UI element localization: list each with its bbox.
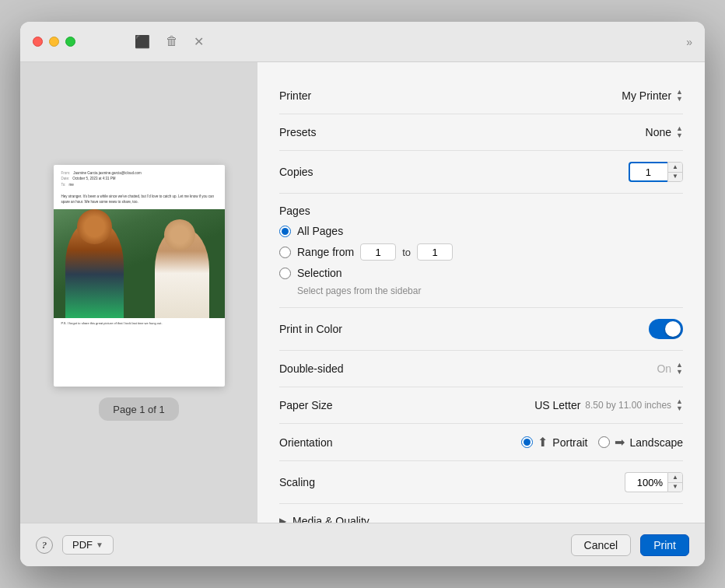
- scaling-row: Scaling ▲ ▼: [279, 461, 683, 504]
- copies-row: Copies ▲ ▼: [279, 151, 683, 194]
- scaling-value: ▲ ▼: [625, 472, 683, 492]
- titlebar-actions: ⬛ 🗑 ✕: [135, 34, 204, 49]
- minimize-button[interactable]: [49, 37, 59, 47]
- double-sided-row: Double-sided On ▲▼: [279, 351, 683, 387]
- portrait-radio[interactable]: [521, 436, 533, 448]
- email-header: From: Jasmine Garcia jasmine.garcia@iclo…: [54, 165, 225, 194]
- email-photo: [54, 209, 225, 318]
- scaling-increment[interactable]: ▲: [668, 473, 682, 483]
- presets-stepper[interactable]: ▲▼: [676, 125, 683, 139]
- scaling-stepper-buttons: ▲ ▼: [667, 472, 683, 492]
- copies-stepper: ▲ ▼: [629, 162, 683, 182]
- paper-size-label: Paper Size: [279, 399, 373, 411]
- preview-panel: From: Jasmine Garcia jasmine.garcia@iclo…: [20, 62, 257, 523]
- printer-label: Printer: [279, 89, 373, 102]
- print-window: ⬛ 🗑 ✕ » From: Jasmine Garcia jasmine.gar…: [20, 22, 705, 566]
- printer-stepper[interactable]: ▲▼: [676, 89, 683, 103]
- pages-section: Pages All Pages Range from to Selection …: [279, 194, 683, 308]
- photo-person-left: [65, 221, 124, 318]
- print-color-toggle[interactable]: [649, 319, 683, 339]
- presets-row: Presets None ▲▼: [279, 114, 683, 151]
- paper-size-detail: 8.50 by 11.00 inches: [585, 400, 671, 411]
- close-button[interactable]: [33, 37, 43, 47]
- copies-stepper-buttons: ▲ ▼: [667, 162, 683, 182]
- email-body: Hey stranger. It's been a while since we…: [54, 194, 225, 209]
- portrait-label: Portrait: [552, 436, 587, 449]
- selection-pages-radio[interactable]: [279, 268, 291, 279]
- range-pages-radio[interactable]: [279, 247, 291, 258]
- selection-hint: Select pages from the sidebar: [297, 285, 683, 296]
- print-color-toggle-container: [649, 319, 683, 339]
- presets-value[interactable]: None ▲▼: [646, 125, 683, 139]
- range-from-input[interactable]: [360, 243, 396, 261]
- range-row: Range from to: [279, 243, 683, 261]
- close-x-icon[interactable]: ✕: [194, 34, 204, 49]
- copies-increment[interactable]: ▲: [668, 163, 682, 173]
- scaling-input[interactable]: [625, 472, 667, 492]
- selection-row: Selection: [279, 267, 683, 279]
- scaling-label: Scaling: [279, 476, 373, 488]
- copies-decrement[interactable]: ▼: [668, 173, 682, 182]
- main-content: From: Jasmine Garcia jasmine.garcia@iclo…: [20, 62, 705, 523]
- pdf-chevron-icon: ▼: [96, 541, 103, 549]
- landscape-option[interactable]: ➡ Landscape: [598, 435, 683, 450]
- presets-label: Presets: [279, 126, 373, 138]
- scaling-decrement[interactable]: ▼: [668, 483, 682, 492]
- portrait-icon: ⬆: [538, 435, 548, 450]
- pdf-button[interactable]: PDF ▼: [62, 535, 114, 555]
- orientation-options: ⬆ Portrait ➡ Landscape: [521, 435, 683, 450]
- bottom-bar: ? PDF ▼ Cancel Print: [20, 523, 705, 566]
- paper-size-value[interactable]: US Letter 8.50 by 11.00 inches ▲▼: [534, 398, 683, 412]
- printer-row: Printer My Printer ▲▼: [279, 78, 683, 114]
- pages-label: Pages: [279, 205, 683, 217]
- paper-size-row: Paper Size US Letter 8.50 by 11.00 inche…: [279, 387, 683, 424]
- print-button[interactable]: Print: [640, 534, 689, 556]
- settings-panel: Printer My Printer ▲▼ Presets None ▲▼: [257, 62, 705, 523]
- double-sided-value[interactable]: On ▲▼: [657, 362, 683, 376]
- landscape-icon: ➡: [615, 435, 625, 450]
- scaling-stepper: ▲ ▼: [625, 472, 683, 492]
- all-pages-radio[interactable]: [279, 226, 291, 237]
- help-button[interactable]: ?: [36, 537, 53, 554]
- archive-icon[interactable]: ⬛: [135, 34, 150, 49]
- landscape-radio[interactable]: [598, 436, 610, 448]
- chevron-icon[interactable]: »: [686, 36, 692, 48]
- portrait-option[interactable]: ⬆ Portrait: [521, 435, 587, 450]
- copies-label: Copies: [279, 166, 373, 178]
- all-pages-label[interactable]: All Pages: [297, 225, 343, 237]
- print-color-label: Print in Color: [279, 323, 373, 335]
- disclosure-arrow-icon: ▶: [279, 516, 286, 523]
- copies-value: ▲ ▼: [629, 162, 683, 182]
- range-from-label[interactable]: Range from: [297, 246, 354, 258]
- copies-input[interactable]: [629, 162, 667, 182]
- cancel-button[interactable]: Cancel: [571, 534, 632, 556]
- toggle-knob: [665, 321, 681, 337]
- email-ps: P.S. I forgot to share this great pictur…: [54, 318, 225, 329]
- double-sided-stepper[interactable]: ▲▼: [676, 362, 683, 376]
- titlebar: ⬛ 🗑 ✕ »: [20, 22, 705, 62]
- media-quality-row[interactable]: ▶ Media & Quality: [279, 504, 683, 523]
- range-to-label: to: [402, 247, 411, 258]
- printer-value[interactable]: My Printer ▲▼: [622, 89, 683, 103]
- page-label-container: Page 1 of 1: [99, 397, 179, 421]
- maximize-button[interactable]: [65, 37, 75, 47]
- photo-person-right: [155, 229, 209, 318]
- all-pages-row: All Pages: [279, 225, 683, 237]
- orientation-row: Orientation ⬆ Portrait ➡ Landscape: [279, 424, 683, 461]
- paper-size-stepper[interactable]: ▲▼: [676, 398, 683, 412]
- landscape-label: Landscape: [629, 436, 683, 449]
- page-label: Page 1 of 1: [113, 404, 165, 415]
- pdf-label: PDF: [72, 539, 93, 551]
- range-to-input[interactable]: [417, 243, 453, 261]
- print-color-row: Print in Color: [279, 308, 683, 351]
- orientation-label: Orientation: [279, 436, 373, 449]
- media-quality-label: Media & Quality: [292, 515, 370, 523]
- trash-icon[interactable]: 🗑: [166, 34, 178, 49]
- page-preview: From: Jasmine Garcia jasmine.garcia@iclo…: [54, 165, 225, 387]
- selection-label[interactable]: Selection: [297, 267, 342, 279]
- double-sided-label: Double-sided: [279, 362, 373, 375]
- traffic-lights: [33, 37, 75, 47]
